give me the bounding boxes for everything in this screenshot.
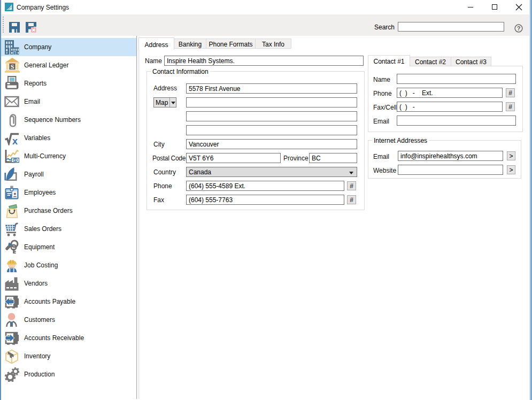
svg-text:?: ? <box>517 25 521 32</box>
svg-text:S: S <box>11 63 14 71</box>
svg-text:$: $ <box>14 158 17 163</box>
svg-text:x: x <box>12 136 18 145</box>
